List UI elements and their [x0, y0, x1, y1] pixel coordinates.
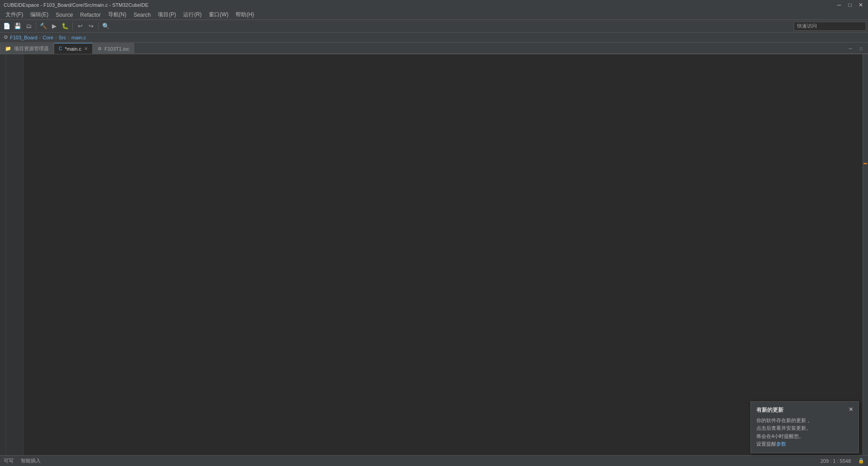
save-all-button[interactable]: 🗂	[24, 21, 33, 31]
status-mode: 可写	[4, 457, 14, 464]
scrollbar-marker	[863, 163, 867, 164]
breadcrumb-sep-1: ›	[39, 35, 41, 40]
right-scrollbar[interactable]	[863, 54, 868, 455]
tab-controls: ─ □	[844, 43, 868, 54]
title-bar: CUBEIDEspace - F103_Board/Core/Src/main.…	[0, 0, 868, 10]
menu-project[interactable]: 项目(P)	[154, 10, 179, 19]
code-content[interactable]	[24, 54, 863, 455]
tab-project-explorer[interactable]: 📁 项目资源管理器	[0, 43, 54, 54]
debug-button[interactable]: 🐛	[60, 21, 70, 31]
tab-f103t1-ioc[interactable]: ⚙ F103T1.ioc	[93, 43, 134, 54]
window-title: CUBEIDEspace - F103_Board/Core/Src/main.…	[4, 2, 148, 8]
notif-settings-link[interactable]: 参数	[776, 441, 786, 447]
toolbar-sep-2	[72, 22, 73, 30]
notif-header: 有新的更新 ✕	[756, 406, 853, 414]
gutter-line-22	[0, 54, 6, 62]
update-notification: 有新的更新 ✕ 你的软件存在新的更新， 点击后查看并安装更新。 将会在4小时提醒…	[750, 401, 859, 453]
run-button[interactable]: ▶	[49, 21, 59, 31]
notif-body: 你的软件存在新的更新， 点击后查看并安装更新。 将会在4小时提醒您。 设置提醒参…	[756, 417, 853, 448]
tab-mainc-label: *main.c	[65, 46, 81, 52]
code-area[interactable]	[0, 54, 868, 455]
breadcrumb-sep-3: ›	[68, 35, 70, 40]
breadcrumb-core[interactable]: Core	[42, 35, 53, 40]
breadcrumb-f103-board[interactable]: F103_Board	[10, 35, 38, 40]
breadcrumb-src[interactable]: Src	[59, 35, 66, 40]
tab-explorer-icon: 📁	[5, 46, 11, 52]
minimize-panel-button[interactable]: ─	[845, 43, 855, 53]
search-button[interactable]: 🔍	[101, 21, 111, 31]
tab-ioc-label: F103T1.ioc	[104, 46, 129, 52]
notif-line1: 你的软件存在新的更新，	[756, 418, 811, 423]
tab-mainc-close[interactable]: ✕	[84, 46, 88, 51]
quick-access-box[interactable]: 快速访问	[794, 22, 866, 31]
save-button[interactable]: 💾	[13, 21, 23, 31]
breadcrumb-mainc[interactable]: main.c	[71, 35, 86, 40]
notif-line2: 点击后查看并安装更新。	[756, 425, 811, 431]
notif-close-button[interactable]: ✕	[849, 406, 853, 414]
menu-window[interactable]: 窗口(W)	[205, 10, 232, 19]
gutter-area	[0, 54, 6, 455]
tab-main-c[interactable]: C *main.c ✕	[54, 43, 93, 54]
tab-explorer-label: 项目资源管理器	[14, 45, 49, 52]
menu-help[interactable]: 帮助(H)	[232, 10, 258, 19]
new-file-button[interactable]: 📄	[2, 21, 12, 31]
menu-bar: 文件(F) 编辑(E) Source Refactor 导航(N) Search…	[0, 10, 868, 20]
toolbar-sep-3	[98, 22, 99, 30]
menu-edit[interactable]: 编辑(E)	[27, 10, 52, 19]
menu-navigate[interactable]: 导航(N)	[104, 10, 130, 19]
breadcrumb-bar: ⚙ F103_Board › Core › Src › main.c	[0, 33, 868, 43]
notif-reminder: 将会在4小时提醒您。	[756, 433, 804, 439]
notif-settings-label: 设置提醒	[756, 441, 776, 447]
build-button[interactable]: 🔨	[38, 21, 48, 31]
breadcrumb-icon: ⚙	[4, 34, 8, 40]
main-area	[0, 54, 868, 455]
toolbar: 📄 💾 🗂 🔨 ▶ 🐛 ↩ ↪ 🔍 快速访问	[0, 20, 868, 33]
status-smart-insert: 智能插入	[21, 457, 41, 464]
quick-access-label: 快速访问	[797, 23, 817, 29]
maximize-button[interactable]: □	[846, 1, 854, 9]
window-controls: ─ □ ✕	[835, 1, 864, 9]
status-icon: 🔒	[858, 458, 864, 464]
tab-bar-spacer	[134, 53, 844, 54]
redo-button[interactable]: ↪	[86, 21, 96, 31]
status-bar: 可写 智能插入 209 : 1 : 5548 🔒	[0, 455, 868, 466]
breadcrumb-sep-2: ›	[55, 35, 57, 40]
undo-button[interactable]: ↩	[75, 21, 85, 31]
line-numbers	[6, 54, 24, 455]
menu-file[interactable]: 文件(F)	[2, 10, 27, 19]
maximize-panel-button[interactable]: □	[856, 43, 866, 53]
menu-refactor[interactable]: Refactor	[76, 11, 104, 19]
status-cursor-pos: 209 : 1 : 5548	[821, 458, 851, 464]
menu-search[interactable]: Search	[130, 11, 154, 19]
toolbar-sep-1	[36, 22, 36, 30]
menu-run[interactable]: 运行(R)	[179, 10, 205, 19]
close-button[interactable]: ✕	[857, 1, 864, 9]
tab-ioc-icon: ⚙	[98, 46, 102, 51]
tab-mainc-icon: C	[59, 46, 62, 51]
tab-bar: 📁 项目资源管理器 C *main.c ✕ ⚙ F103T1.ioc ─ □	[0, 43, 868, 54]
minimize-button[interactable]: ─	[835, 1, 843, 9]
menu-source[interactable]: Source	[52, 11, 76, 19]
notif-title: 有新的更新	[756, 406, 783, 414]
editor	[0, 54, 868, 455]
